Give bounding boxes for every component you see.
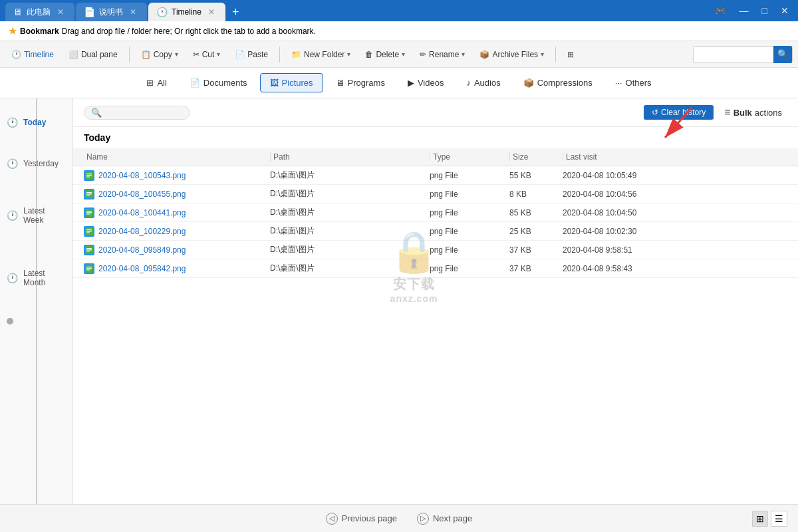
- file-size-cell: 25 KB: [509, 227, 563, 236]
- filter-tab-programs[interactable]: 🖥 Programs: [326, 73, 395, 92]
- tab-close-notes[interactable]: ✕: [127, 6, 139, 18]
- toolbar-search-input[interactable]: [694, 49, 773, 61]
- next-page-nav[interactable]: ▷ Next page: [417, 513, 472, 525]
- tab-label-notes: 说明书: [99, 7, 123, 18]
- table-row[interactable]: 2020-04-08_100543.png D:\桌面\图片 png File …: [73, 166, 798, 185]
- paste-btn[interactable]: 📄 Paste: [229, 47, 274, 63]
- svg-rect-14: [86, 231, 92, 231]
- filter-videos-icon: ▶: [408, 78, 414, 88]
- file-type-cell: png File: [430, 264, 509, 273]
- file-type-cell: png File: [430, 245, 509, 255]
- new-folder-dropdown-icon: ▾: [347, 51, 350, 58]
- filter-tab-pictures[interactable]: 🖼 Pictures: [260, 73, 323, 92]
- toolbar-sep-3: [555, 47, 556, 63]
- table-row[interactable]: 2020-04-08_100229.png D:\桌面\图片 png File …: [73, 222, 798, 241]
- next-page-label: Next page: [433, 513, 472, 523]
- filter-tab-others[interactable]: ··· Others: [605, 73, 662, 92]
- rename-btn[interactable]: ✏ Rename ▾: [414, 47, 471, 63]
- tab-notes[interactable]: 📄 说明书 ✕: [76, 3, 147, 21]
- bulk-rest-label: actions: [755, 108, 782, 118]
- timeline-item-today[interactable]: 🕐 Today: [0, 112, 72, 133]
- timeline-item-latest-month[interactable]: 🕐 Latest Month: [0, 263, 72, 293]
- copy-dropdown-icon: ▾: [175, 51, 178, 58]
- svg-rect-6: [86, 194, 92, 194]
- file-type-cell: png File: [430, 171, 509, 180]
- cut-btn[interactable]: ✂ Cut ▾: [187, 47, 227, 63]
- table-row[interactable]: 2020-04-08_100455.png D:\桌面\图片 png File …: [73, 185, 798, 203]
- filter-compressions-label: Compressions: [537, 78, 593, 88]
- filter-pictures-label: Pictures: [282, 78, 313, 88]
- toolbar-search-button[interactable]: 🔍: [773, 46, 792, 63]
- file-last-visit-cell: 2020-04-08 10:02:30: [563, 227, 787, 236]
- timeline-item-dot: [0, 313, 72, 330]
- new-folder-icon: 📁: [291, 50, 301, 59]
- archive-label: Archive Files: [492, 50, 538, 59]
- clear-history-button[interactable]: ↺ Clear history: [644, 105, 714, 120]
- content-search-box[interactable]: 🔍: [84, 106, 190, 120]
- new-folder-btn[interactable]: 📁 New Folder ▾: [285, 47, 356, 63]
- file-type-icon: [84, 263, 94, 274]
- list-view-btn[interactable]: ☰: [771, 511, 787, 527]
- minimize-btn[interactable]: —: [735, 4, 753, 17]
- timeline-item-yesterday[interactable]: 🕐 Yesterday: [0, 153, 72, 174]
- close-btn[interactable]: ✕: [777, 4, 793, 17]
- table-row[interactable]: 2020-04-08_095849.png D:\桌面\图片 png File …: [73, 241, 798, 259]
- toolbar-sep-2: [279, 47, 280, 63]
- customize-btn[interactable]: 🎮: [711, 4, 730, 17]
- file-path-cell: D:\桌面\图片: [270, 225, 430, 237]
- file-type-cell: png File: [430, 208, 509, 217]
- filter-tab-all[interactable]: ⊞ All: [136, 73, 176, 92]
- add-tab-button[interactable]: +: [227, 3, 245, 21]
- paste-icon: 📄: [235, 50, 245, 59]
- delete-btn[interactable]: 🗑 Delete ▾: [359, 47, 411, 63]
- svg-rect-13: [86, 229, 92, 230]
- filter-tab-documents[interactable]: 📄 Documents: [180, 73, 257, 92]
- dual-pane-icon: ⬜: [68, 50, 78, 59]
- bookmark-star-icon: ★: [8, 25, 17, 37]
- svg-rect-10: [86, 212, 92, 213]
- svg-rect-11: [86, 213, 90, 214]
- file-name-cell: 2020-04-08_095842.png: [84, 263, 270, 274]
- copy-icon: 📋: [141, 50, 151, 59]
- table-row[interactable]: 2020-04-08_095842.png D:\桌面\图片 png File …: [73, 259, 798, 278]
- filter-tab-videos[interactable]: ▶ Videos: [398, 73, 454, 92]
- filter-tab-audios[interactable]: ♪ Audios: [456, 73, 510, 92]
- tab-close-timeline[interactable]: ✕: [205, 6, 217, 18]
- timeline-label: Timeline: [24, 50, 54, 59]
- bulk-bold-label: Bulk: [733, 108, 752, 118]
- delete-label: Delete: [376, 50, 399, 59]
- bulk-actions-button[interactable]: ≡ Bulk actions: [719, 104, 787, 121]
- file-name-cell: 2020-04-08_100229.png: [84, 226, 270, 237]
- archive-icon: 📦: [479, 50, 489, 59]
- timeline-label-month: Latest Month: [23, 269, 45, 287]
- filter-audios-icon: ♪: [466, 78, 471, 88]
- table-row[interactable]: 2020-04-08_100441.png D:\桌面\图片 png File …: [73, 203, 798, 222]
- grid-view-btn[interactable]: ⊞: [752, 511, 768, 527]
- col-last-visit: Last visit: [563, 152, 787, 162]
- delete-dropdown-icon: ▾: [402, 51, 405, 58]
- tab-this-pc[interactable]: 🖥 此电脑 ✕: [5, 3, 74, 21]
- timeline-item-latest-week[interactable]: 🕐 Latest Week: [0, 201, 72, 230]
- file-name-cell: 2020-04-08_100543.png: [84, 170, 270, 181]
- toolbar-sep-1: [129, 47, 130, 63]
- dual-pane-btn[interactable]: ⬜ Dual pane: [63, 47, 124, 63]
- prev-page-icon: ◁: [326, 513, 338, 525]
- copy-btn[interactable]: 📋 Copy ▾: [135, 47, 184, 63]
- maximize-btn[interactable]: □: [758, 4, 771, 17]
- timeline-label-yesterday: Yesterday: [23, 159, 59, 168]
- timeline-btn[interactable]: 🕐 Timeline: [5, 47, 60, 63]
- file-type-icon: [84, 207, 94, 218]
- view-options-btn[interactable]: ⊞: [561, 47, 580, 63]
- content-search-input[interactable]: [104, 108, 184, 117]
- filter-pictures-icon: 🖼: [270, 78, 279, 88]
- svg-rect-5: [86, 192, 92, 193]
- prev-page-nav[interactable]: ◁ Previous page: [326, 513, 397, 525]
- filter-tab-compressions[interactable]: 📦 Compressions: [513, 73, 602, 92]
- titlebar: 🖥 此电脑 ✕ 📄 说明书 ✕ 🕐 Timeline ✕ + 🎮 — □ ✕: [0, 0, 798, 21]
- archive-btn[interactable]: 📦 Archive Files ▾: [473, 47, 550, 63]
- tab-close-pc[interactable]: ✕: [55, 6, 66, 18]
- tab-timeline[interactable]: 🕐 Timeline ✕: [148, 3, 225, 21]
- timeline-label-today: Today: [23, 118, 46, 127]
- timeline-label-week: Latest Week: [23, 206, 45, 225]
- toolbar: 🕐 Timeline ⬜ Dual pane 📋 Copy ▾ ✂ Cut ▾ …: [0, 41, 798, 68]
